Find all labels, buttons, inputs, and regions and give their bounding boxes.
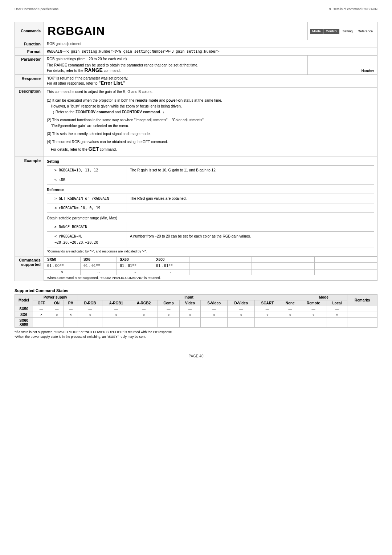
sx60-on [50,317,64,327]
example-range-block: Obtain settable parameter range (Min, Ma… [47,215,374,247]
mode-control-cell: Mode Control Setting Reference [307,22,377,40]
page-number: PAGE 40 [189,354,204,358]
sx6-off: × [33,312,50,317]
page-footer: PAGE 40 [15,354,377,358]
parameter-right: Number [307,56,377,75]
commands-empty-3 [314,256,377,262]
commands-supported-row: Commands supported SX50 SX6 SX60 X600 01… [15,256,377,281]
desc-item-1: (1) It can be executed when the projecto… [47,98,374,115]
sx60-remote [300,317,327,327]
sx50-off: — [33,306,50,312]
header-left: User Command Specifications [15,7,58,11]
commands-empty-6 [314,262,377,269]
sx50-argb2: — [130,306,158,312]
error-list-large: "Error List." [98,80,125,86]
example-range-header: Obtain settable parameter range (Min, Ma… [47,215,374,221]
control-button[interactable]: Control [323,29,339,34]
desc-item-3: (3) This sets the currently selected inp… [47,131,374,137]
col-pm: PM [64,300,78,306]
sx60-x600-model: SX60 X600 [15,317,33,327]
example-ref-table: > GET RGBGAIN or ?RGBGAIN The RGB gain v… [47,194,374,213]
footnote2: *When the power supply state is in the p… [15,335,377,340]
response-line1: "ιOK" is returned if the parameter was s… [47,76,374,80]
commands-version-row: 01．OO** 01．01** 01．01** 01．01** [44,262,377,269]
example-setting-response-row: < ιOK [47,175,374,185]
format-value: RGBGAIN=<R gain setting:Number>∇<G gain … [44,48,377,56]
parameter-note1: The RANGE command can be used to obtain … [47,63,305,67]
sx50-dvideo: — [228,306,255,312]
sx50-remarks [347,306,377,312]
sx60-none [280,317,300,327]
parameter-content: RGB gain settings (from −20 to 20 for ea… [44,56,308,75]
example-setting-cmd-row: > RGBGAIN=10, 11, 12 The R gain is set t… [47,166,374,175]
sx60-support: ○ [117,269,153,275]
sx6-scart: ○ [255,312,280,317]
col-remarks: Remarks [347,294,377,306]
sx6-support: ○ [81,269,117,275]
col-svideo: S-Video [201,300,228,306]
col-local: Local [327,300,347,306]
supported-section: Supported Command States Model Power sup… [15,288,377,340]
sx50-comp: — [158,306,179,312]
fcontdrv-bold: FCONTDRV command [122,110,160,114]
commands-header-row: SX50 SX6 SX60 X600 [44,256,377,262]
power-on-bold: power-on [166,98,183,102]
col-argb1: A-RGB1 [102,300,130,306]
sx6-local: × [327,312,347,317]
commands-empty-1 [189,256,252,262]
example-reference-block: Reference > GET RGBGAIN or ?RGBGAIN The … [47,187,374,213]
commands-inner-table: SX50 SX6 SX60 X600 01．OO** 01．01** 01．01… [44,256,377,281]
commands-empty-9 [314,269,377,275]
commands-empty-8 [252,269,314,275]
command-name: RGBGAIN [44,22,308,40]
col-comp: Comp [158,300,179,306]
format-label: Format [15,48,44,56]
description-row: Description This command is used to adju… [15,88,377,157]
supported-title: Supported Command States [15,288,377,293]
example-range-cmd-row: > RANGE RGBGAIN [47,222,374,232]
example-setting-table: > RGBGAIN=10, 11, 12 The R gain is set t… [47,165,374,185]
example-ref-response-row: < εRGBGAIN=−10, 0, 19 [47,203,374,213]
sx6-video: ○ [180,312,201,317]
reference-button[interactable]: Reference [355,29,375,34]
sx6-pm: × [64,312,78,317]
description-content: This command is used to adjust the gain … [44,88,377,157]
sx6-ver: 01．01** [81,262,117,269]
state-row-sx50: SX50 — — — — — — — — — — — — — — [15,306,377,312]
example-setting-note: The R gain is set to 10, G gain to 11 an… [127,166,374,175]
col-off: OFF [33,300,50,306]
description-main: This command is used to adjust the gain … [47,89,374,95]
sx6-svideo: ○ [201,312,228,317]
example-setting-cmd: > RGBGAIN=10, 11, 12 [47,166,127,175]
sx60-dvideo [228,317,255,327]
get-cmd-large: GET [89,146,99,152]
col-drgb: D-RGB [78,300,102,306]
sx50-svideo: — [201,306,228,312]
commands-support-row: × ○ ○ ○ [44,269,377,275]
sx60-header: SX60 [117,256,153,262]
sx60-remarks [347,317,377,327]
sx50-video: — [180,306,201,312]
sx50-model: SX50 [15,306,33,312]
example-setting-response: < ιOK [47,175,127,185]
sx6-remote: ○ [300,312,327,317]
example-range-response-row: < rRGBGAIN=N,−20,20,−20,20,−20,20 A numb… [47,232,374,247]
example-range-response: < rRGBGAIN=N,−20,20,−20,20,−20,20 [47,232,127,247]
sx60-comp [158,317,179,327]
function-label: Function [15,40,44,48]
sx6-none: ○ [280,312,300,317]
x600-header: X600 [153,256,189,262]
parameter-value: RGB gain settings (from −20 to 20 for ea… [47,57,305,61]
example-content: Setting > RGBGAIN=10, 11, 12 The R gain … [44,157,377,256]
example-setting-response-note [127,175,374,185]
sx60-off [33,317,50,327]
commands-label: Commands [15,22,44,40]
sx50-drgb: — [78,306,102,312]
sx60-drgb [78,317,102,327]
sx50-scart: — [255,306,280,312]
setting-button[interactable]: Setting [340,29,355,34]
header-right: 9. Details of command RGBGAIN [329,7,377,11]
mode-button[interactable]: Mode [310,29,323,34]
col-argb2: A-RGB2 [130,300,158,306]
state-header-row-1: Model Power supply Input Mode Remarks [15,294,377,300]
